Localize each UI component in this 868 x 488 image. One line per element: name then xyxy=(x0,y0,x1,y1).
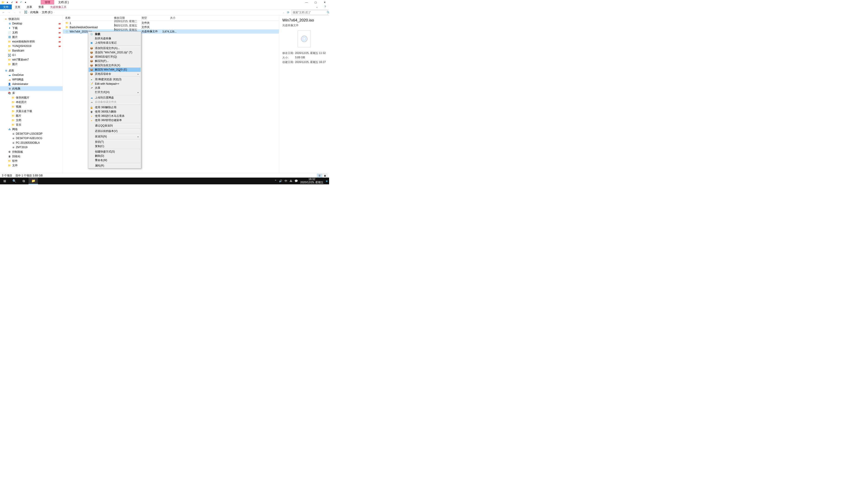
nav-network[interactable]: 🖧网络 xyxy=(0,127,63,131)
nav-software[interactable]: 📁软件 xyxy=(0,159,63,163)
help-button[interactable]: ? xyxy=(321,4,329,9)
back-button[interactable]: ← xyxy=(1,10,6,15)
qat-delete-icon[interactable]: ✖ xyxy=(14,0,19,4)
ctx-qq-send[interactable]: 通过QQ发送到 xyxy=(89,124,141,128)
tray-app-icon[interactable]: ◈ xyxy=(326,180,328,183)
ctx-add-archive[interactable]: 📦添加到压缩文件(A)... xyxy=(89,46,141,51)
ctx-restore-version[interactable]: 还原以前的版本(V) xyxy=(89,129,141,133)
ctx-shortcut[interactable]: 创建快捷方式(S) xyxy=(89,150,141,154)
ctx-delete[interactable]: 删除(D) xyxy=(89,154,141,158)
ctx-360-force-delete[interactable]: 🗑使用 360强力删除 xyxy=(89,109,141,114)
nav-pics-lib[interactable]: 📁图片 xyxy=(0,113,63,118)
nav-tianyi[interactable]: 📁天翼云盘下载 xyxy=(0,109,63,113)
qat-more-icon[interactable]: ▾ xyxy=(24,0,28,4)
crumb-drive[interactable]: 文档 (E:) xyxy=(41,10,53,14)
nav-libraries[interactable]: 📚库 xyxy=(0,91,63,95)
nav-recycle[interactable]: 🗑回收站 xyxy=(0,154,63,159)
forward-button[interactable]: → xyxy=(7,10,11,15)
nav-net4[interactable]: 🖥ZMT2019 xyxy=(0,145,63,150)
col-size[interactable]: 大小 xyxy=(162,16,178,20)
action-center-icon[interactable]: 💬 xyxy=(294,180,298,183)
refresh-button[interactable]: ⟳ xyxy=(286,11,291,14)
ctx-youdao[interactable]: ▣上传到有道云笔记 xyxy=(89,41,141,45)
up-button[interactable]: ↑ xyxy=(18,10,22,15)
nav-files[interactable]: 📁文件 xyxy=(0,163,63,168)
ctx-open-with[interactable]: 打开方式(H)▸ xyxy=(89,90,141,94)
nav-onedrive[interactable]: ☁OneDrive xyxy=(0,73,63,77)
chevron-right-icon[interactable]: › xyxy=(54,11,55,13)
close-button[interactable]: ✕ xyxy=(320,0,329,4)
maximize-button[interactable]: ▢ xyxy=(311,0,320,4)
chevron-right-icon[interactable]: › xyxy=(40,11,40,13)
address-dropdown-icon[interactable]: ⌄ xyxy=(283,11,285,13)
ctx-burn[interactable]: 刻录光盘映像 xyxy=(89,36,141,41)
ctx-other-compress[interactable]: 📦其他压缩命令▸ xyxy=(89,72,141,76)
nav-documents[interactable]: 📄文档📌 xyxy=(0,30,63,35)
network-icon[interactable]: 🖧 xyxy=(289,180,292,183)
search-box[interactable]: 🔍 xyxy=(291,10,328,15)
minimize-button[interactable]: — xyxy=(302,0,311,4)
nav-pictures[interactable]: 🖼图片📌 xyxy=(0,35,63,39)
search-icon[interactable]: 🔍 xyxy=(327,11,329,14)
nav-control-panel[interactable]: ⚙控制面板 xyxy=(0,150,63,154)
ctx-mount[interactable]: 💿装载 xyxy=(89,32,141,36)
nav-gdrive[interactable]: 💽G:\ xyxy=(0,53,63,57)
nav-thispc[interactable]: 🖥此电脑 xyxy=(0,86,63,91)
nav-videos[interactable]: 📁视频 xyxy=(0,104,63,109)
tray-chevron-icon[interactable]: ⌃ xyxy=(274,180,277,183)
ctx-360-menu[interactable]: ●使用 360管理右键菜单 xyxy=(89,118,141,123)
ctx-extract-here[interactable]: 📦解压到当前文件夹(X) xyxy=(89,63,141,68)
task-view-button[interactable]: ⧉ xyxy=(19,177,29,184)
nav-win7reinstall[interactable]: 📁win7重装win7 xyxy=(0,57,63,62)
ctx-notepad[interactable]: 📝Edit with Notepad++ xyxy=(89,82,141,86)
tab-share[interactable]: 共享 xyxy=(24,4,35,9)
search-input[interactable] xyxy=(293,11,327,14)
chevron-right-icon[interactable]: › xyxy=(28,11,29,13)
volume-icon[interactable]: 🔊 xyxy=(279,180,282,183)
tab-file[interactable]: 文件 xyxy=(0,4,12,9)
nav-bandicam[interactable]: 📁Bandicam xyxy=(0,48,63,53)
nav-music[interactable]: 📁音乐 xyxy=(0,123,63,127)
ctx-extract-named[interactable]: 📦解压到 Win7x64_2020\ (E) xyxy=(89,68,141,72)
ctx-share[interactable]: ↗共享 xyxy=(89,86,141,90)
nav-admin[interactable]: 👤Administrator xyxy=(0,82,63,86)
nav-net1[interactable]: 🖥DESKTOP-LSSOEDP xyxy=(0,131,63,136)
ctx-cut[interactable]: 剪切(T) xyxy=(89,140,141,144)
ctx-add-zip[interactable]: 📦添加到 "Win7x64_2020.zip" (T) xyxy=(89,51,141,55)
nav-saved-pics[interactable]: 📁保存的图片 xyxy=(0,95,63,100)
ctx-bee-browser[interactable]: ●用 蜂蜜浏览器 浏览(3) xyxy=(89,77,141,82)
ctx-extract-to[interactable]: 📦解压到(F)... xyxy=(89,59,141,63)
crumb-pc[interactable]: 此电脑 xyxy=(29,10,39,14)
tab-disc-tools[interactable]: 光盘映像工具 xyxy=(47,4,70,9)
ctx-360-trojan[interactable]: ●使用 360进行木马云查杀 xyxy=(89,114,141,118)
ctx-baidu-upload[interactable]: ☁上传到百度网盘 xyxy=(89,96,141,100)
nav-desktop-root[interactable]: 🖥桌面 xyxy=(0,68,63,73)
nav-downloads[interactable]: ⬇下载📌 xyxy=(0,26,63,30)
nav-desktop[interactable]: 🖥Desktop📌 xyxy=(0,21,63,26)
view-details-button[interactable]: ☰ xyxy=(317,174,322,178)
clock[interactable]: 16:32 2020/12/25, 星期五 xyxy=(300,178,323,184)
search-button[interactable]: 🔍 xyxy=(9,177,19,184)
view-icons-button[interactable]: ▦ xyxy=(322,174,327,178)
tab-view[interactable]: 查看 xyxy=(35,4,47,9)
qat-undo-icon[interactable]: ↶ xyxy=(19,0,23,4)
ctx-properties[interactable]: 属性(R) xyxy=(89,164,141,168)
ctx-360-unlock[interactable]: 🔓使用 360解除占用 xyxy=(89,105,141,109)
col-type[interactable]: 类型 xyxy=(139,16,162,20)
ctx-copy[interactable]: 复制(C) xyxy=(89,144,141,149)
recent-dropdown-icon[interactable]: ⌄ xyxy=(12,10,17,15)
nav-yunqishi[interactable]: 📁YUNQISHI2019📌 xyxy=(0,44,63,48)
explorer-taskbar-icon[interactable]: 📁 xyxy=(29,177,38,184)
nav-net2[interactable]: 🖥DESKTOP-NJEU3CG xyxy=(0,136,63,140)
file-row[interactable]: 📁BaiduNetdiskDownload 2020/12/25, 星期五 1.… xyxy=(63,25,279,29)
nav-net3[interactable]: 🖥PC-20190530OBLA xyxy=(0,140,63,145)
ctx-open-360zip[interactable]: 📦用360压缩打开(Q) xyxy=(89,55,141,59)
breadcrumb[interactable]: 💽 › 此电脑 › 文档 (E:) › ⌄ xyxy=(23,10,285,15)
qat-check-icon[interactable]: ✔ xyxy=(10,0,14,4)
ime-indicator[interactable]: 中 xyxy=(285,179,287,183)
contextual-tab-manage[interactable]: 管理 xyxy=(41,0,54,4)
folder-icon[interactable]: 📁 xyxy=(1,0,5,4)
nav-quick-access[interactable]: ★快速访问 xyxy=(0,17,63,21)
ctx-rename[interactable]: 重命名(M) xyxy=(89,158,141,162)
navigation-pane[interactable]: ★快速访问 🖥Desktop📌 ⬇下载📌 📄文档📌 🖼图片📌 📁excel表格制… xyxy=(0,15,63,173)
